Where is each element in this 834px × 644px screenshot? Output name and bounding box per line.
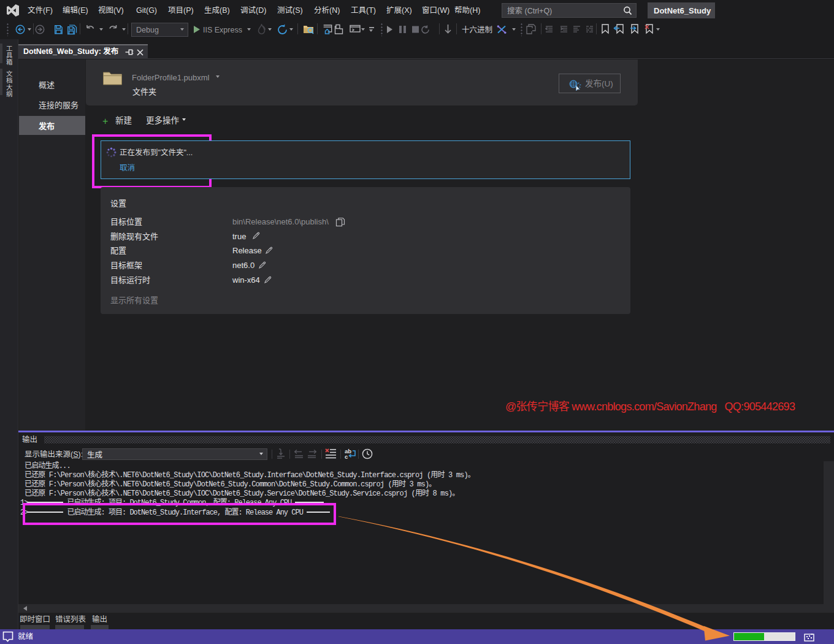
- svg-text:c: c: [345, 453, 348, 459]
